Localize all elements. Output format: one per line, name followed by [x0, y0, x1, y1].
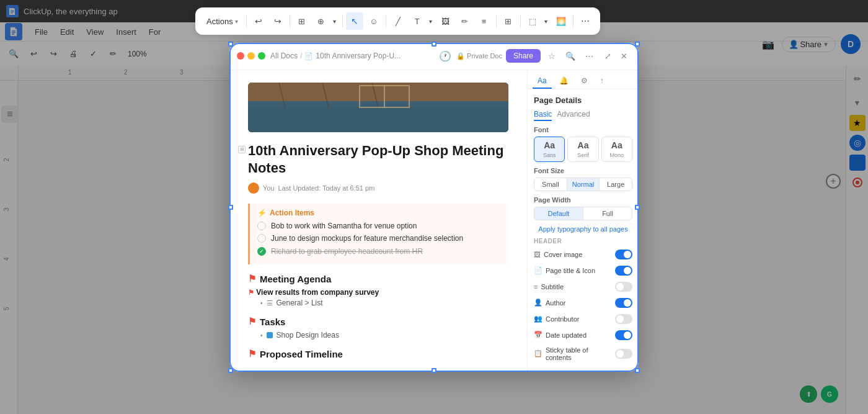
- view-results-flag: ⚑: [248, 289, 254, 296]
- page-title-toggle[interactable]: [615, 266, 632, 276]
- tab-bell[interactable]: 🔔: [554, 74, 574, 89]
- hand-tool[interactable]: ☺: [365, 12, 383, 30]
- actions-arrow: ▾: [235, 18, 238, 25]
- traffic-lights: [237, 52, 265, 60]
- text-tool[interactable]: T: [409, 12, 426, 30]
- size-normal[interactable]: Normal: [567, 178, 600, 191]
- maximize-window-btn[interactable]: [258, 52, 265, 60]
- crop-arrow[interactable]: ▾: [542, 12, 551, 30]
- modal-share-btn[interactable]: Share: [506, 49, 541, 63]
- author-toggle[interactable]: [615, 298, 632, 308]
- timeline-flag-icon: ⚑: [248, 348, 256, 359]
- check-circle-1[interactable]: [257, 222, 266, 230]
- insert-image-tool[interactable]: 🌅: [552, 12, 570, 30]
- minimize-window-btn[interactable]: [247, 52, 255, 60]
- basic-tab[interactable]: Basic: [534, 110, 552, 121]
- tab-aa[interactable]: Aa: [533, 74, 552, 89]
- zoom-icon[interactable]: ⊕: [312, 12, 330, 30]
- modal-content-area: ⊞ 10th Anniversary Pop-Up Shop Meeting N…: [229, 70, 639, 372]
- doc-title: 10th Anniversary Pop-Up Shop Meeting Not…: [248, 142, 508, 178]
- block-handle[interactable]: ⊞: [238, 146, 246, 153]
- apply-typography-link[interactable]: Apply typography to all pages: [534, 225, 632, 233]
- bullet-icon-2: •: [260, 332, 263, 339]
- timeline-label: Proposed Timeline: [260, 349, 343, 359]
- font-mono[interactable]: Aa Mono: [601, 137, 632, 162]
- grid-tool[interactable]: ≡: [476, 12, 493, 30]
- checklist-text-1: Bob to work with Samantha for venue opti…: [271, 221, 417, 232]
- breadcrumb-doc-name[interactable]: 10th Anniversary Pop-U...: [316, 52, 401, 60]
- modal-overlay: All Docs / 📄 10th Anniversary Pop-U... 🕐…: [0, 0, 868, 414]
- advanced-tab[interactable]: Advanced: [557, 110, 590, 121]
- action-items-section: ⚡ Action Items Bob to work with Samantha…: [248, 204, 508, 264]
- image-tool[interactable]: 🖼: [437, 12, 454, 30]
- page-title-label: 📄 Page title & Icon: [534, 266, 595, 274]
- crop-tool[interactable]: ⬚: [524, 12, 541, 30]
- sticky-toc-label: 📋 Sticky table of contents: [534, 346, 615, 361]
- contributor-toggle[interactable]: [615, 314, 632, 324]
- undo-icon[interactable]: ↩: [250, 12, 267, 30]
- app-background: ClickUp, the everything ap File Edit Vie…: [0, 0, 868, 414]
- sticky-toc-toggle[interactable]: [615, 349, 632, 359]
- breadcrumb-sep-1: /: [300, 52, 302, 60]
- search-modal-icon[interactable]: 🔍: [563, 48, 578, 63]
- size-large[interactable]: Large: [600, 178, 632, 191]
- toolbar-divider-3: [342, 15, 343, 27]
- actions-dropdown[interactable]: Actions ▾: [202, 15, 243, 28]
- toolbar-divider-4: [386, 15, 386, 27]
- private-doc-badge: 🔒 Private Doc: [456, 52, 502, 60]
- author-icon: 👤: [534, 299, 542, 307]
- doc-header-image: [248, 83, 508, 132]
- doc-author: You: [263, 184, 275, 192]
- tasks-section-title: ⚑ Tasks: [248, 316, 508, 327]
- close-window-btn[interactable]: [237, 52, 244, 60]
- tab-up[interactable]: ↑: [595, 74, 609, 89]
- line-tool[interactable]: ╱: [389, 12, 407, 30]
- toolbar-divider-6: [520, 15, 521, 27]
- cover-image-toggle[interactable]: [615, 250, 632, 259]
- breadcrumb-all-docs[interactable]: All Docs: [270, 52, 298, 60]
- expand-icon[interactable]: ⤢: [600, 48, 615, 63]
- meeting-agenda-label: Meeting Agenda: [260, 274, 331, 284]
- toggle-page-title: 📄 Page title & Icon: [534, 264, 632, 277]
- panel-section-main: Page Details Basic Advanced Font Aa: [528, 89, 639, 370]
- check-circle-3[interactable]: ✓: [257, 247, 266, 256]
- toggle-contributor: 👥 Contributor: [534, 313, 632, 325]
- modal-wrapper: All Docs / 📄 10th Anniversary Pop-U... 🕐…: [229, 43, 639, 372]
- toggle-cover-image: 🖼 Cover image: [534, 248, 632, 261]
- subtitle-toggle[interactable]: [615, 282, 632, 292]
- font-serif[interactable]: Aa Serif: [567, 137, 598, 162]
- width-default[interactable]: Default: [534, 207, 583, 220]
- subtitle-icon: ≡: [534, 283, 538, 290]
- tasks-label: Tasks: [260, 317, 285, 327]
- tab-settings[interactable]: ⚙: [576, 74, 593, 89]
- redo-icon[interactable]: ↪: [269, 12, 286, 30]
- size-small[interactable]: Small: [534, 178, 567, 191]
- breadcrumb-icon: 📄: [304, 52, 313, 60]
- close-modal-icon[interactable]: ✕: [616, 48, 631, 63]
- frame-icon[interactable]: ⊞: [293, 12, 311, 30]
- zoom-arrow[interactable]: ▾: [330, 12, 339, 30]
- checklist-item-3: ✓ Richard to grab employee headcount fro…: [257, 246, 501, 257]
- width-full[interactable]: Full: [583, 207, 632, 220]
- crop-group: ⬚ ▾: [524, 12, 551, 30]
- more-options[interactable]: ⋯: [577, 12, 594, 30]
- toolbar-divider-1: [246, 15, 247, 27]
- font-size-label: Font Size: [534, 167, 632, 174]
- more-modal-icon[interactable]: ⋯: [582, 48, 596, 63]
- font-label: Font: [534, 126, 632, 133]
- date-updated-toggle[interactable]: [615, 330, 632, 340]
- subtitle-label: ≡ Subtitle: [534, 283, 564, 290]
- bookmark-icon[interactable]: ☆: [544, 48, 559, 63]
- pencil-tool[interactable]: ✏: [456, 12, 474, 30]
- check-circle-2[interactable]: [257, 234, 266, 243]
- action-items-title: Action Items: [270, 209, 314, 217]
- meeting-flag-icon: ⚑: [248, 273, 256, 284]
- font-options: Aa Sans Aa Serif Aa Mono: [534, 137, 632, 162]
- clock-icon[interactable]: 🕐: [438, 48, 453, 63]
- select-tool[interactable]: ↖: [346, 12, 363, 30]
- header-section-label: HEADER: [534, 238, 632, 245]
- table-tool[interactable]: ⊞: [500, 12, 517, 30]
- text-arrow[interactable]: ▾: [427, 12, 435, 30]
- doc-updated: Last Updated: Today at 6:51 pm: [278, 184, 375, 192]
- font-sans[interactable]: Aa Sans: [534, 137, 565, 162]
